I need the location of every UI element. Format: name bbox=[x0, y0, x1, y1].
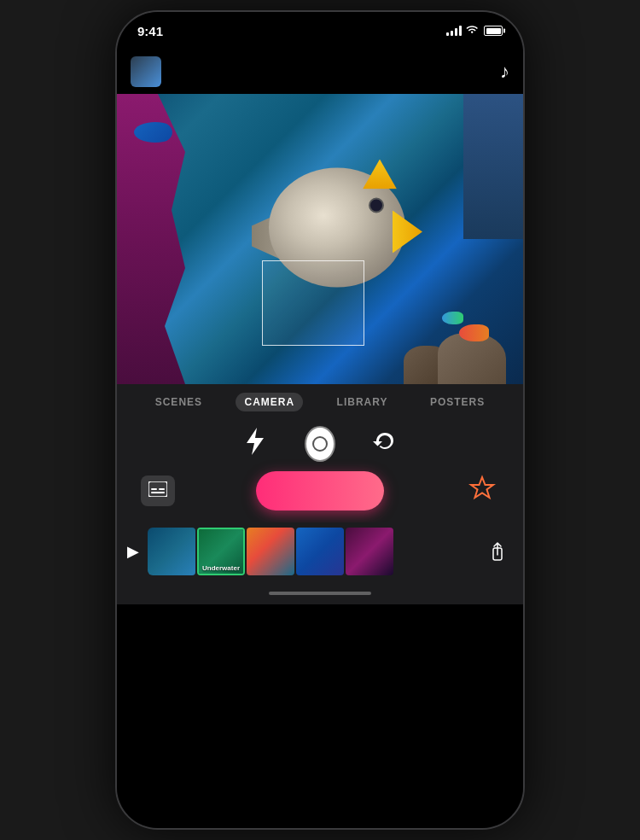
tab-library[interactable]: LIBRARY bbox=[329, 393, 397, 411]
filmstrip-item-4[interactable] bbox=[296, 528, 344, 575]
thumbnail-button[interactable] bbox=[131, 56, 161, 87]
caption-icon bbox=[148, 481, 167, 501]
record-circle bbox=[312, 436, 328, 452]
play-button[interactable]: ▶ bbox=[127, 542, 139, 561]
record-pill-button[interactable] bbox=[256, 471, 384, 510]
flash-icon bbox=[245, 428, 265, 461]
filmstrip-item-1[interactable] bbox=[148, 528, 195, 575]
rocks bbox=[352, 299, 523, 384]
flip-icon bbox=[372, 429, 398, 459]
record-button-inner bbox=[305, 426, 335, 462]
camera-controls bbox=[117, 420, 523, 466]
battery-icon bbox=[484, 26, 503, 36]
filmstrip-item-3[interactable] bbox=[247, 528, 294, 575]
small-fish-2 bbox=[442, 312, 463, 324]
side-button[interactable] bbox=[523, 166, 525, 217]
filmstrip-item-5[interactable] bbox=[346, 528, 393, 575]
video-preview[interactable] bbox=[117, 94, 523, 384]
status-time: 9:41 bbox=[137, 24, 163, 38]
home-bar bbox=[269, 592, 371, 595]
wifi-icon bbox=[466, 25, 480, 38]
filmstrip-item-2[interactable]: Underwater bbox=[197, 528, 245, 575]
favorite-button[interactable] bbox=[465, 474, 499, 508]
filmstrip-item-2-label: Underwater bbox=[199, 564, 243, 572]
tab-camera[interactable]: CAMERA bbox=[236, 393, 303, 411]
phone-frame: 9:41 ♪ bbox=[115, 10, 525, 830]
flash-button[interactable] bbox=[240, 429, 271, 459]
home-indicator bbox=[117, 582, 523, 604]
main-content: ♪ bbox=[117, 50, 523, 828]
share-button[interactable] bbox=[482, 536, 513, 567]
signal-bars-icon bbox=[446, 26, 462, 36]
tab-scenes[interactable]: SCENES bbox=[147, 393, 211, 411]
flip-camera-button[interactable] bbox=[369, 429, 400, 459]
status-bar: 9:41 bbox=[117, 12, 523, 50]
filmstrip: Underwater bbox=[148, 528, 475, 575]
action-row bbox=[117, 466, 523, 522]
filmstrip-row: ▶ Underwater bbox=[117, 522, 523, 582]
star-icon bbox=[468, 475, 496, 508]
fish-fin-right bbox=[393, 211, 422, 254]
tab-posters[interactable]: POSTERS bbox=[422, 393, 493, 411]
status-icons bbox=[446, 25, 503, 38]
caption-button[interactable] bbox=[141, 475, 175, 506]
svg-rect-2 bbox=[151, 492, 165, 493]
selection-rectangle bbox=[262, 260, 364, 346]
fish-eye bbox=[369, 198, 384, 213]
fish-scene bbox=[117, 94, 523, 384]
record-button[interactable] bbox=[305, 429, 335, 459]
tab-bar: SCENES CAMERA LIBRARY POSTERS bbox=[117, 384, 523, 420]
music-icon[interactable]: ♪ bbox=[500, 61, 509, 83]
svg-rect-3 bbox=[159, 488, 165, 490]
small-fish-1 bbox=[459, 324, 489, 341]
svg-rect-1 bbox=[151, 488, 157, 490]
notch bbox=[265, 12, 375, 36]
video-header: ♪ bbox=[117, 50, 523, 94]
coral-right bbox=[463, 94, 523, 239]
